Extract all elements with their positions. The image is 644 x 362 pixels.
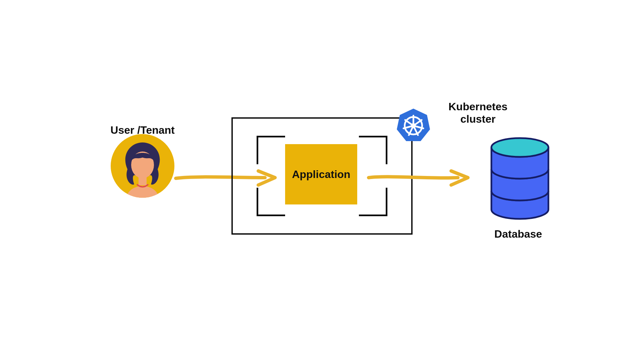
architecture-diagram: User /Tenant Kubernetes cluster Database — [0, 0, 644, 362]
database-cylinder-icon — [488, 134, 552, 221]
application-label: Application — [292, 168, 350, 181]
kubernetes-wheel-icon — [396, 107, 431, 142]
svg-point-14 — [491, 138, 548, 157]
flow-arrow-app-to-db-icon — [367, 168, 471, 172]
database-label: Database — [476, 228, 560, 240]
application-box: Application — [285, 144, 357, 204]
user-avatar-icon — [111, 134, 174, 198]
kubernetes-cluster-label: Kubernetes cluster — [433, 101, 523, 125]
